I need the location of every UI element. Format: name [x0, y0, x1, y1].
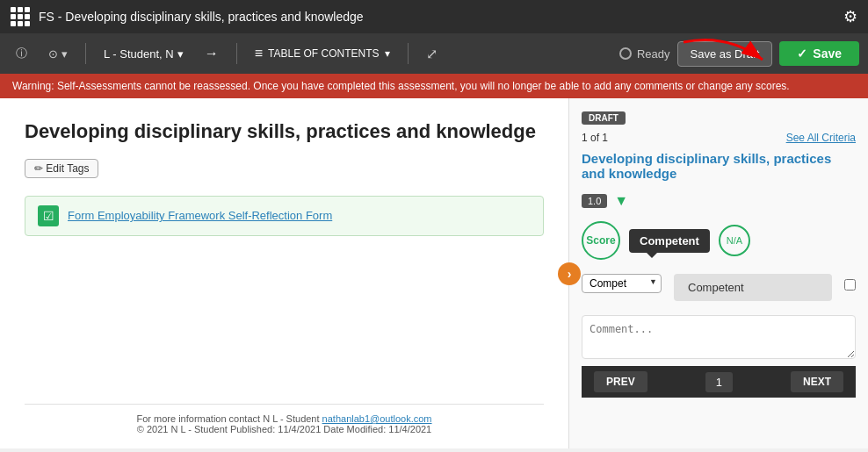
nav-footer: PREV 1 NEXT [582, 366, 856, 398]
history-icon: ⊙ [48, 47, 58, 61]
divider-2 [236, 43, 237, 64]
na-label: N/A [727, 235, 742, 246]
form-icon: ☑ [38, 205, 59, 226]
footer-line2: © 2021 N L - Student Published: 11/4/202… [25, 424, 544, 434]
page-number: 1 [705, 372, 733, 392]
next-button[interactable]: NEXT [791, 371, 843, 392]
save-check-icon: ✓ [797, 47, 807, 61]
warning-bar: Warning: Self-Assessments cannot be reas… [0, 74, 868, 98]
score-dropdown-icon[interactable]: ▼ [614, 193, 628, 209]
main-content: Developing disciplinary skills, practice… [0, 98, 868, 448]
score-circle[interactable]: Score [582, 221, 620, 260]
student-chevron: ▾ [177, 47, 184, 61]
criteria-title: Developing disciplinary skills, practice… [582, 151, 856, 181]
warning-text: Warning: Self-Assessments cannot be reas… [12, 80, 790, 92]
score-select-wrapper: Compet Competent [582, 274, 662, 293]
history-chevron: ▾ [61, 47, 68, 61]
toc-icon: ≡ [255, 46, 263, 61]
gear-icon[interactable]: ⚙ [843, 7, 857, 26]
student-selector[interactable]: L - Student, N ▾ [97, 44, 191, 64]
draft-badge: DRAFT [582, 111, 626, 125]
title-bar: FS - Developing disciplinary skills, pra… [0, 0, 868, 33]
grid-icon[interactable] [11, 7, 30, 26]
save-draft-button[interactable]: Save as Draft [677, 41, 773, 67]
info-icon: ⓘ [16, 46, 27, 61]
toolbar: ⓘ ⊙ ▾ L - Student, N ▾ → ≡ TABLE OF CONT… [0, 33, 868, 74]
na-option[interactable]: N/A [719, 225, 750, 256]
forward-button[interactable]: → [198, 42, 226, 65]
score-select[interactable]: Compet Competent [582, 274, 662, 293]
divider-1 [85, 43, 86, 64]
ready-circle-icon [619, 47, 632, 60]
checkbox-cell [844, 274, 856, 291]
see-all-criteria-link[interactable]: See All Criteria [786, 132, 856, 144]
score-dropdown-row: Compet Competent Competent [582, 274, 856, 301]
form-link[interactable]: Form Employability Framework Self-Reflec… [68, 209, 332, 222]
criteria-header: 1 of 1 See All Criteria [582, 132, 856, 144]
score-row: 1.0 ▼ [582, 193, 856, 209]
content-title: Developing disciplinary skills, practice… [25, 119, 544, 145]
score-circle-label: Score [586, 234, 615, 247]
criteria-count: 1 of 1 [582, 132, 608, 144]
toc-label: TABLE OF CONTENTS [268, 47, 379, 60]
toc-chevron: ▾ [385, 47, 390, 60]
ready-indicator: Ready [619, 47, 670, 61]
expand-button[interactable]: ⤢ [419, 42, 445, 66]
prev-button[interactable]: PREV [594, 371, 647, 392]
save-label: Save [813, 47, 842, 61]
footer-info: For more information contact N L - Stude… [25, 404, 544, 434]
ready-label: Ready [637, 47, 670, 61]
right-panel: DRAFT 1 of 1 See All Criteria Developing… [569, 98, 868, 448]
save-button[interactable]: ✓ Save [779, 41, 859, 66]
competent-tooltip: Competent [629, 229, 710, 253]
score-options: Score Competent N/A [582, 221, 856, 260]
competent-box: Competent [674, 274, 832, 301]
page-title: FS - Developing disciplinary skills, pra… [39, 10, 364, 24]
form-link-box: ☑ Form Employability Framework Self-Refl… [25, 196, 544, 236]
left-panel: Developing disciplinary skills, practice… [0, 98, 569, 448]
footer-line1: For more information contact N L - Stude… [25, 413, 544, 424]
score-badge: 1.0 [582, 194, 607, 208]
tooltip-label: Competent [640, 234, 699, 248]
info-button[interactable]: ⓘ [9, 42, 34, 65]
expand-panel-button[interactable]: › [558, 262, 581, 285]
student-label: L - Student, N [104, 47, 174, 61]
toc-button[interactable]: ≡ TABLE OF CONTENTS ▾ [248, 42, 397, 65]
na-checkbox[interactable] [844, 279, 856, 291]
divider-3 [408, 43, 409, 64]
history-button[interactable]: ⊙ ▾ [41, 44, 75, 64]
comment-textarea[interactable] [582, 315, 856, 359]
footer-email-link[interactable]: nathanlab1@outlook.com [322, 413, 432, 424]
edit-tags-button[interactable]: ✏ Edit Tags [25, 159, 98, 178]
